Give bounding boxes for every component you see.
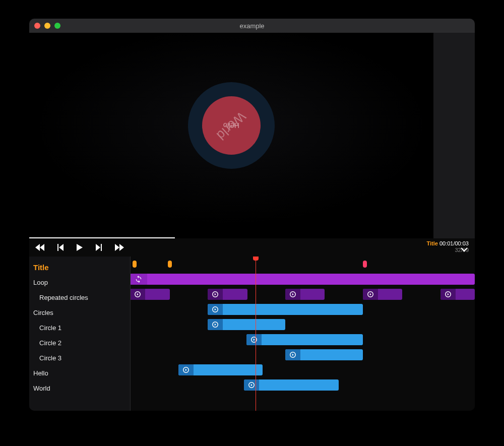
clip[interactable] xyxy=(208,304,363,315)
target-icon[interactable] xyxy=(208,304,223,315)
target-icon[interactable] xyxy=(244,379,259,391)
target-icon[interactable] xyxy=(440,289,456,300)
track-row[interactable] xyxy=(130,362,475,377)
preview-gutter xyxy=(433,33,475,238)
target-icon[interactable] xyxy=(178,364,194,375)
preview-pane: Hello World xyxy=(29,33,475,238)
track-label[interactable]: Circle 3 xyxy=(29,350,130,365)
target-icon[interactable] xyxy=(208,319,223,330)
track-label[interactable]: Circles xyxy=(29,305,130,320)
column-divider xyxy=(130,257,131,411)
transport-bar: Title 00:01/00:03 32/89 xyxy=(29,238,475,257)
track-label[interactable]: Hello xyxy=(29,365,130,380)
target-icon[interactable] xyxy=(208,289,223,300)
track-row[interactable] xyxy=(130,377,475,393)
window-title: example xyxy=(29,22,475,30)
transport-controls xyxy=(35,244,124,251)
track-label[interactable]: Circle 1 xyxy=(29,320,130,335)
ruler[interactable] xyxy=(130,257,475,272)
outer-circle: Hello World xyxy=(188,82,275,169)
close-icon[interactable] xyxy=(34,23,40,29)
app-window: example Hello World xyxy=(29,19,475,411)
track-label[interactable]: Repeated circles xyxy=(29,290,130,305)
track-label-column: Title LoopRepeated circlesCirclesCircle … xyxy=(29,257,130,411)
track-label[interactable]: World xyxy=(29,380,130,396)
minimize-icon[interactable] xyxy=(44,23,50,29)
clip[interactable] xyxy=(178,364,263,375)
track-label[interactable]: Circle 2 xyxy=(29,335,130,350)
track-row[interactable] xyxy=(130,272,475,287)
clip[interactable] xyxy=(285,289,325,300)
clip[interactable] xyxy=(363,289,403,300)
track-row[interactable] xyxy=(130,287,475,302)
titlebar: example xyxy=(29,19,475,33)
canvas[interactable]: Hello World xyxy=(29,33,433,238)
current-track-label: Title xyxy=(426,240,437,246)
clip[interactable] xyxy=(285,349,363,360)
timeline-header: Title xyxy=(29,260,130,275)
timeline-marker[interactable] xyxy=(363,261,367,268)
target-icon[interactable] xyxy=(363,289,378,300)
track-row[interactable] xyxy=(130,317,475,332)
world-text: World xyxy=(214,108,249,143)
svg-rect-1 xyxy=(101,244,102,251)
target-icon[interactable] xyxy=(130,289,145,300)
rewind-button[interactable] xyxy=(35,244,44,251)
target-icon[interactable] xyxy=(285,289,300,300)
zoom-icon[interactable] xyxy=(54,23,60,29)
timeline: Title LoopRepeated circlesCirclesCircle … xyxy=(29,257,475,411)
inner-circle: Hello World xyxy=(202,96,261,155)
traffic-lights xyxy=(34,23,60,29)
loop-icon[interactable] xyxy=(130,274,147,285)
timeline-marker[interactable] xyxy=(168,261,172,268)
playhead[interactable] xyxy=(256,257,256,411)
track-row[interactable] xyxy=(130,302,475,317)
clip[interactable] xyxy=(208,289,247,300)
track-row[interactable] xyxy=(130,347,475,362)
target-icon[interactable] xyxy=(246,334,262,345)
track-label[interactable]: Loop xyxy=(29,275,130,290)
play-button[interactable] xyxy=(77,244,83,251)
clip[interactable] xyxy=(208,319,285,330)
fast-forward-button[interactable] xyxy=(115,244,124,251)
svg-rect-0 xyxy=(57,244,58,251)
track-row[interactable] xyxy=(130,332,475,347)
chevron-down-icon[interactable] xyxy=(461,246,468,253)
next-frame-button[interactable] xyxy=(96,244,102,251)
clip[interactable] xyxy=(130,274,475,285)
target-icon[interactable] xyxy=(285,349,300,360)
clip[interactable] xyxy=(244,379,339,391)
clip[interactable] xyxy=(130,289,170,300)
track-area[interactable] xyxy=(130,257,475,411)
clip[interactable] xyxy=(440,289,475,300)
timeline-marker[interactable] xyxy=(133,261,137,268)
clip[interactable] xyxy=(246,334,363,345)
prev-frame-button[interactable] xyxy=(57,244,64,251)
